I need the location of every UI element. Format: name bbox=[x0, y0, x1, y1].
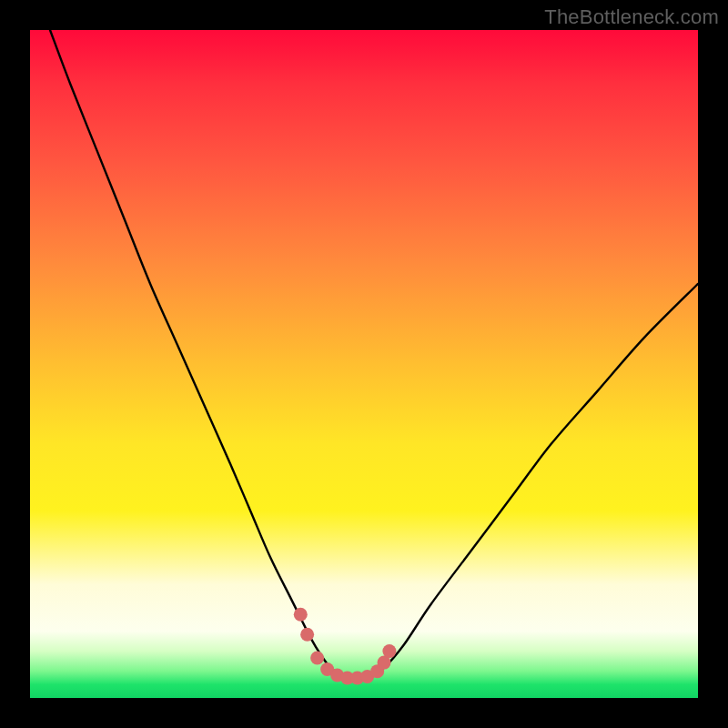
highlight-dot bbox=[300, 628, 314, 642]
watermark-text: TheBottleneck.com bbox=[544, 5, 719, 29]
highlight-dot bbox=[382, 644, 396, 658]
highlight-dots bbox=[294, 608, 397, 685]
highlight-dot bbox=[294, 608, 308, 622]
highlight-dot bbox=[310, 651, 324, 664]
plot-area bbox=[30, 30, 698, 698]
curve-svg bbox=[30, 30, 698, 698]
bottleneck-curve bbox=[50, 30, 698, 678]
chart-frame: TheBottleneck.com bbox=[0, 0, 728, 728]
